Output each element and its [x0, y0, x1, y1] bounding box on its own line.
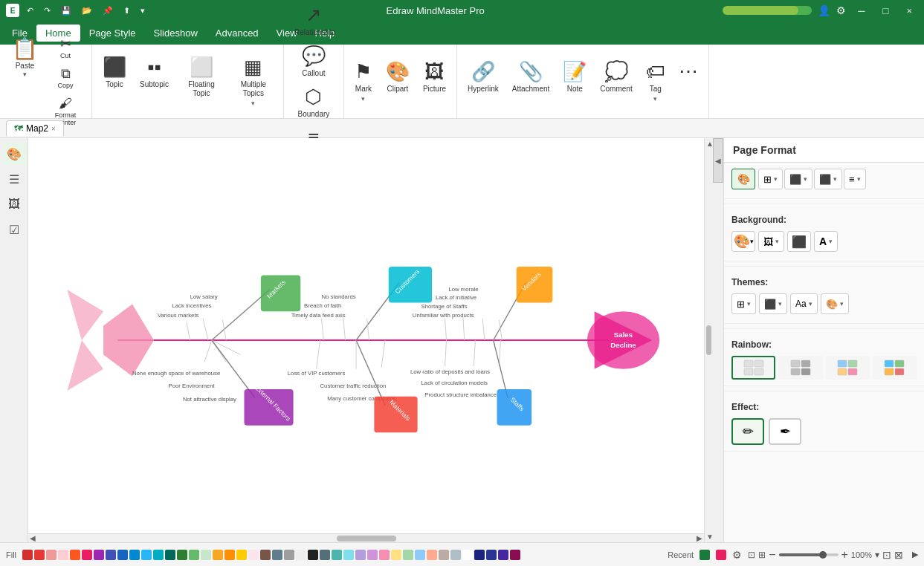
color-swatch[interactable] [498, 550, 508, 560]
layout-org-dropdown[interactable]: ⬛▾ [784, 169, 812, 189]
boundary-button[interactable]: ⬡ Boundary [292, 82, 336, 122]
layout-grid-dropdown[interactable]: ⊞▾ [758, 169, 783, 189]
zoom-dropdown-btn[interactable]: ▾ [875, 550, 879, 560]
pin-btn[interactable]: 📌 [100, 5, 116, 16]
settings-icon[interactable]: ⚙ [836, 4, 846, 16]
note-button[interactable]: 📝 Note [557, 57, 592, 97]
color-swatch[interactable] [165, 550, 175, 560]
h-scrollbar[interactable]: ◀ ▶ [28, 533, 704, 542]
color-swatch[interactable] [427, 550, 437, 560]
subtopic-button[interactable]: ▪▪ Subtopic [134, 53, 175, 92]
zoom-out-btn[interactable]: − [769, 548, 775, 562]
rainbow-option-2[interactable] [778, 356, 822, 380]
minimize-btn[interactable]: ─ [852, 4, 870, 18]
color-swatch[interactable] [272, 550, 282, 560]
color-swatch[interactable] [201, 550, 211, 560]
recent-swatch-2[interactable] [716, 550, 726, 560]
sidebar-image-btn[interactable]: 🖼 [3, 193, 25, 215]
h-scroll-thumb[interactable] [337, 536, 396, 541]
scroll-down-btn[interactable]: ▼ [705, 531, 713, 542]
fit-all-btn[interactable]: ⊡ [882, 549, 891, 561]
copy-button[interactable]: ⧉ Copy [44, 64, 87, 92]
canvas[interactable]: Sales Decline Markets None enough space … [28, 138, 713, 542]
sidebar-style-btn[interactable]: 🎨 [3, 143, 25, 165]
layout-list-dropdown[interactable]: ≡▾ [844, 169, 866, 189]
fit-width-btn[interactable]: ⊞ [758, 550, 766, 560]
effect-option-1[interactable]: ✏ [731, 418, 764, 445]
color-swatch[interactable] [367, 550, 378, 560]
fullscreen-btn[interactable]: ⊠ [894, 549, 903, 561]
color-swatch[interactable] [391, 550, 401, 560]
color-swatch[interactable] [308, 550, 318, 560]
color-swatch[interactable] [343, 550, 354, 560]
color-swatch[interactable] [177, 550, 187, 560]
layout-style-btn[interactable]: 🎨 [731, 169, 755, 189]
panel-collapse-btn[interactable]: ◀ [713, 138, 723, 183]
color-swatch[interactable] [46, 550, 56, 560]
scroll-left-btn[interactable]: ◀ [28, 534, 37, 542]
picture-button[interactable]: 🖼 Picture [417, 57, 452, 97]
undo-btn[interactable]: ↶ [24, 5, 36, 16]
color-swatch[interactable] [129, 550, 140, 560]
color-picker-btn[interactable]: ⚙ [732, 549, 742, 561]
color-swatch[interactable] [58, 550, 68, 560]
color-swatch[interactable] [236, 550, 247, 560]
hyperlink-button[interactable]: 🔗 Hyperlink [462, 57, 505, 97]
sidebar-list-btn[interactable]: ☰ [3, 168, 25, 190]
color-swatch[interactable] [510, 550, 520, 560]
topic-button[interactable]: ⬛ Topic [97, 53, 132, 92]
color-swatch[interactable] [450, 550, 461, 560]
scroll-thumb[interactable] [706, 325, 711, 355]
maximize-btn[interactable]: □ [877, 4, 895, 18]
tag-button[interactable]: 🏷 Tag ▾ [640, 57, 671, 105]
color-swatch[interactable] [82, 550, 92, 560]
color-swatch[interactable] [462, 550, 473, 560]
theme-text-dropdown[interactable]: Aa▾ [790, 293, 818, 314]
bg-layout-btn[interactable]: ⬛ [787, 231, 811, 252]
sidebar-check-btn[interactable]: ☑ [3, 218, 25, 241]
user-icon[interactable]: 👤 [818, 4, 830, 16]
more-button[interactable]: ⋯ [673, 57, 704, 86]
more-btn[interactable]: ▾ [138, 5, 148, 16]
rainbow-option-3[interactable] [826, 356, 870, 380]
open-btn[interactable]: 📂 [79, 5, 95, 16]
color-swatch[interactable] [248, 550, 259, 560]
color-swatch[interactable] [474, 550, 485, 560]
tab-close-btn[interactable]: × [51, 125, 56, 133]
color-swatch[interactable] [189, 550, 199, 560]
zoom-in-btn[interactable]: + [841, 548, 848, 562]
color-swatch[interactable] [34, 550, 45, 560]
layout-connect-dropdown[interactable]: ⬛▾ [814, 169, 842, 189]
menu-slideshow[interactable]: Slideshow [145, 25, 207, 42]
color-swatch[interactable] [332, 550, 342, 560]
paste-button[interactable]: 📋 Paste ▾ [7, 33, 42, 81]
color-swatch[interactable] [117, 550, 128, 560]
panel-toggle-bottom[interactable]: ▶ [912, 550, 918, 559]
rainbow-option-1[interactable] [731, 356, 775, 380]
floating-topic-button[interactable]: ⬜ Floating Topic [176, 53, 227, 101]
color-swatch[interactable] [320, 550, 330, 560]
mark-button[interactable]: ⚑ Mark ▾ [349, 57, 378, 105]
color-swatch[interactable] [379, 550, 390, 560]
bg-color-btn[interactable]: 🎨 ▾ [731, 231, 755, 252]
color-swatch[interactable] [355, 550, 366, 560]
color-swatch[interactable] [106, 550, 116, 560]
color-swatch[interactable] [439, 550, 449, 560]
fit-page-btn[interactable]: ⊡ [748, 550, 755, 560]
recent-swatch[interactable] [700, 550, 710, 560]
scroll-up-btn[interactable]: ▲ [705, 138, 713, 149]
clipart-button[interactable]: 🎨 Clipart [380, 57, 416, 97]
close-btn[interactable]: × [900, 4, 918, 18]
attachment-button[interactable]: 📎 Attachment [506, 57, 556, 97]
theme-color-dropdown[interactable]: 🎨▾ [821, 293, 849, 314]
redo-btn[interactable]: ↷ [41, 5, 54, 16]
color-swatch[interactable] [70, 550, 80, 560]
theme-grid-dropdown[interactable]: ⊞▾ [731, 293, 756, 314]
menu-advanced[interactable]: Advanced [207, 25, 268, 42]
color-swatch[interactable] [94, 550, 104, 560]
color-swatch[interactable] [22, 550, 33, 560]
color-swatch[interactable] [141, 550, 152, 560]
color-swatch[interactable] [153, 550, 164, 560]
share-btn[interactable]: ⬆ [120, 5, 133, 16]
callout-button[interactable]: 💬 Callout [296, 42, 332, 81]
